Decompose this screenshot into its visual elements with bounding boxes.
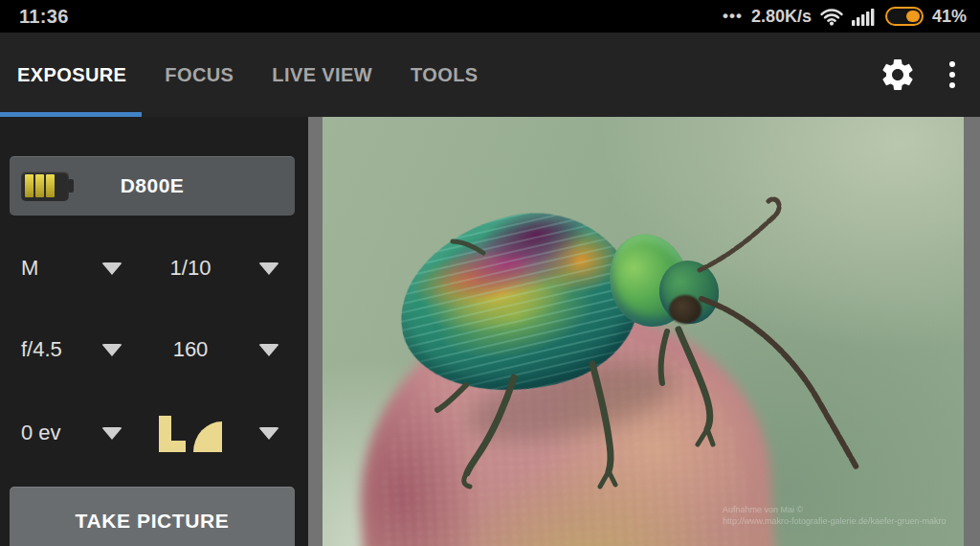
live-view-viewport[interactable]: Aufnahme von Mai © http://www.makro-foto… xyxy=(308,117,980,546)
more-notifications-icon: ••• xyxy=(723,11,743,21)
wifi-icon xyxy=(820,8,843,26)
settings-gear-icon[interactable] xyxy=(879,56,917,94)
tab-tools[interactable]: TOOLS xyxy=(411,64,479,86)
battery-icon xyxy=(885,7,924,26)
exposure-mode-value: M xyxy=(21,256,38,281)
exposure-compensation-dropdown[interactable]: 0 ev xyxy=(0,421,122,445)
battery-percent: 41% xyxy=(932,7,967,27)
exposure-mode-dropdown[interactable]: M xyxy=(0,256,122,281)
shutter-speed-value: 1/10 xyxy=(122,256,258,281)
camera-battery-icon xyxy=(21,171,69,201)
photo-watermark: Aufnahme von Mai © http://www.makro-foto… xyxy=(723,504,947,527)
exposure-compensation-value: 0 ev xyxy=(21,421,61,445)
overflow-menu-icon[interactable] xyxy=(944,57,961,92)
camera-control-app: 11:36 ••• 2.80K/s xyxy=(0,0,980,546)
battery-fill xyxy=(906,11,920,22)
tab-bar: EXPOSURE FOCUS LIVE VIEW TOOLS xyxy=(0,33,980,117)
dropdown-arrow-icon xyxy=(258,344,279,356)
dropdown-arrow-icon xyxy=(101,262,122,275)
shutter-speed-dropdown[interactable]: 1/10 xyxy=(122,256,279,281)
dropdown-arrow-icon xyxy=(258,262,279,275)
exposure-sidebar: D800E M 1/10 f/4.5 160 xyxy=(0,117,308,546)
tab-live-view[interactable]: LIVE VIEW xyxy=(272,64,372,86)
live-view-photo[interactable]: Aufnahme von Mai © http://www.makro-foto… xyxy=(323,117,964,546)
clock: 11:36 xyxy=(19,6,69,28)
watermark-line-1: Aufnahme von Mai © xyxy=(723,504,947,515)
take-picture-label: TAKE PICTURE xyxy=(76,510,230,533)
tab-focus[interactable]: FOCUS xyxy=(165,64,234,86)
camera-name: D800E xyxy=(121,174,185,197)
beetle-eye xyxy=(669,295,702,324)
white-balance-dropdown[interactable] xyxy=(122,414,279,452)
dropdown-arrow-icon xyxy=(258,427,279,440)
watermark-line-2: http://www.makro-fotografie-galerie.de/k… xyxy=(723,515,947,527)
white-balance-icon xyxy=(122,414,258,452)
tab-exposure[interactable]: EXPOSURE xyxy=(17,64,126,86)
aperture-dropdown[interactable]: f/4.5 xyxy=(0,337,122,362)
network-speed: 2.80K/s xyxy=(751,7,812,27)
signal-strength-icon xyxy=(852,8,877,26)
iso-dropdown[interactable]: 160 xyxy=(122,337,279,362)
dropdown-arrow-icon xyxy=(101,427,122,440)
camera-select-button[interactable]: D800E xyxy=(10,156,295,216)
iso-value: 160 xyxy=(122,337,258,362)
aperture-value: f/4.5 xyxy=(21,337,62,362)
dropdown-arrow-icon xyxy=(101,344,122,356)
take-picture-button[interactable]: TAKE PICTURE xyxy=(10,487,295,546)
status-bar: 11:36 ••• 2.80K/s xyxy=(0,0,980,33)
